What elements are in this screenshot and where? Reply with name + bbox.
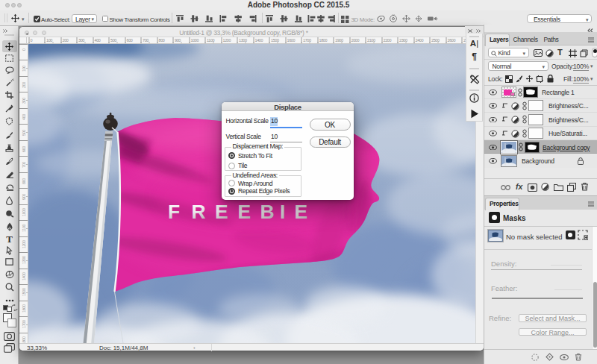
svg-text:T: T (6, 235, 13, 244)
svg-text:E: E (295, 201, 308, 223)
svg-text:F: F (168, 201, 180, 223)
svg-text:E: E (238, 201, 251, 223)
svg-text:R: R (192, 201, 206, 223)
svg-text:I: I (280, 201, 285, 223)
svg-text:E: E (215, 201, 228, 223)
svg-text:B: B (260, 201, 275, 223)
